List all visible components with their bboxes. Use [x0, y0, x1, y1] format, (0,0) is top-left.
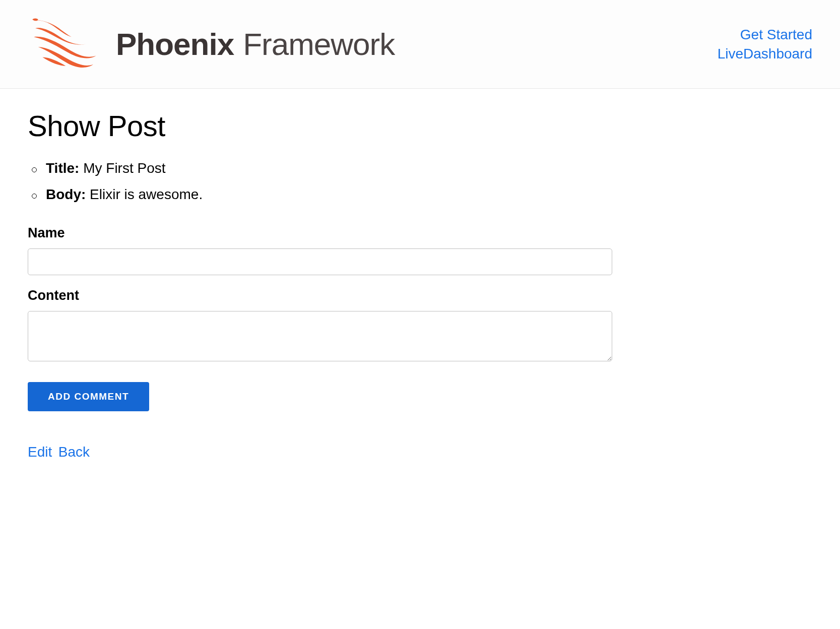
add-comment-button[interactable]: ADD COMMENT	[28, 382, 149, 411]
back-link[interactable]: Back	[58, 444, 90, 460]
page-title: Show Post	[28, 109, 812, 143]
body-label: Body:	[46, 186, 86, 202]
content-field-label: Content	[28, 288, 812, 303]
logo-text: Phoenix Framework	[116, 26, 395, 62]
main-content: Show Post Title: My First Post Body: Eli…	[0, 89, 840, 480]
post-title-row: Title: My First Post	[28, 160, 812, 176]
comment-form: Name Content ADD COMMENT	[28, 225, 812, 411]
live-dashboard-link[interactable]: LiveDashboard	[718, 46, 812, 62]
edit-link[interactable]: Edit	[28, 444, 52, 460]
logo-bold-text: Phoenix	[116, 26, 234, 62]
logo: Phoenix Framework	[28, 15, 395, 73]
body-value: Elixir is awesome.	[90, 186, 203, 202]
title-value: My First Post	[83, 160, 165, 176]
post-body-row: Body: Elixir is awesome.	[28, 186, 812, 203]
name-field-label: Name	[28, 225, 812, 241]
get-started-link[interactable]: Get Started	[740, 27, 812, 43]
logo-light-text: Framework	[243, 26, 395, 62]
title-label: Title:	[46, 160, 79, 176]
name-input[interactable]	[28, 248, 612, 275]
content-textarea[interactable]	[28, 311, 612, 361]
post-details-list: Title: My First Post Body: Elixir is awe…	[28, 160, 812, 203]
nav-links: Get Started LiveDashboard	[718, 27, 812, 62]
phoenix-icon	[28, 15, 101, 73]
bottom-links: Edit Back	[28, 444, 812, 460]
page-header: Phoenix Framework Get Started LiveDashbo…	[0, 0, 840, 89]
